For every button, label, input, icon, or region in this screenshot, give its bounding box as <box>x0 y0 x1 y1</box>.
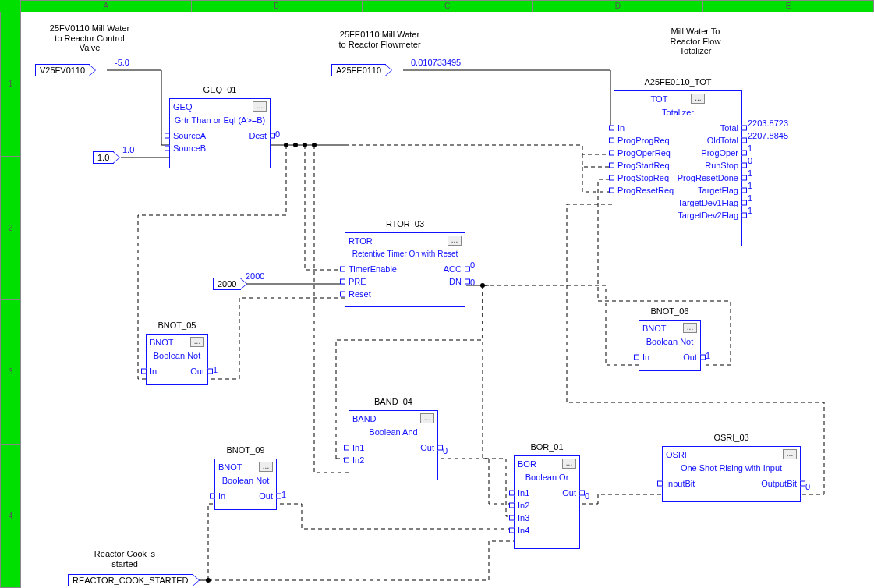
pin-in1[interactable]: In1 <box>352 443 364 452</box>
pin-pre[interactable]: PRE <box>349 277 366 286</box>
tot-targetdev1flag-val: 1 <box>748 193 752 203</box>
pin-progprogreq[interactable]: ProgProgReq <box>617 136 670 145</box>
pin-progresetreq[interactable]: ProgResetReq <box>617 186 674 195</box>
pin-in2[interactable]: In2 <box>518 501 529 510</box>
pin-progresetdone[interactable]: ProgResetDone <box>678 173 738 182</box>
ellipsis-icon[interactable]: ... <box>448 236 462 246</box>
ellipsis-icon[interactable]: ... <box>253 101 267 112</box>
ellipsis-icon[interactable]: ... <box>259 462 273 472</box>
iref-one[interactable]: 1.0 <box>93 151 114 164</box>
pin-in[interactable]: In <box>150 367 157 376</box>
block-tot[interactable]: A25FE0110_TOT TOT... Totalizer InTotalPr… <box>614 90 742 246</box>
iref-v25fv0110[interactable]: V25FV0110 <box>35 64 90 76</box>
ellipsis-icon[interactable]: ... <box>691 94 705 104</box>
twothousand-value: 2000 <box>246 271 264 281</box>
block-osri03[interactable]: OSRI_03 OSRI... One Shot Rising with Inp… <box>662 446 801 502</box>
ellipsis-icon[interactable]: ... <box>420 413 434 423</box>
block-bnot06[interactable]: BNOT_06 BNOT... Boolean Not InOut <box>639 320 701 371</box>
block-bnot05[interactable]: BNOT_05 BNOT... Boolean Not InOut <box>146 334 208 385</box>
col-c: C <box>363 1 533 12</box>
pin-out[interactable]: Out <box>259 491 273 501</box>
pin-out[interactable]: Out <box>190 367 204 376</box>
pin-runstop[interactable]: RunStop <box>705 161 738 170</box>
iref-label: V25FV0110 <box>40 66 85 75</box>
block-bnot09[interactable]: BNOT_09 BNOT... Boolean Not InOut <box>214 459 277 510</box>
pin-in2[interactable]: In2 <box>352 455 364 465</box>
bnot05-out-val: 1 <box>213 365 218 374</box>
block-bor01[interactable]: BOR_01 BOR... Boolean Or In1Out In2 In3 … <box>514 455 580 549</box>
ellipsis-icon[interactable]: ... <box>683 323 697 333</box>
pin-targetdev2flag[interactable]: TargetDev2Flag <box>678 211 738 220</box>
block-geq01[interactable]: GEQ_01 GEQ... Grtr Than or Eql (A>=B) So… <box>169 98 271 168</box>
pin-in[interactable]: In <box>617 123 625 133</box>
block-type: TOT <box>651 94 668 104</box>
pin-progoper[interactable]: ProgOper <box>701 148 738 158</box>
tot-desc: Mill Water To Reactor Flow Totalizer <box>641 27 750 56</box>
pin-in[interactable]: In <box>218 491 225 501</box>
svg-point-3 <box>284 143 288 147</box>
pin-in1[interactable]: In1 <box>518 488 529 498</box>
pin-progstartreq[interactable]: ProgStartReq <box>617 161 670 170</box>
iref-label: REACTOR_COOK_STARTED <box>73 576 189 585</box>
bnot09-out-val: 1 <box>281 490 286 499</box>
pin-sourceb[interactable]: SourceB <box>173 143 206 153</box>
svg-point-5 <box>303 143 307 147</box>
tot-progresetdone-val: 1 <box>748 168 752 178</box>
block-type: RTOR <box>349 236 373 246</box>
bor01-out-val: 0 <box>585 491 589 501</box>
reactor-cook-desc: Reactor Cook is started <box>82 549 168 569</box>
pin-in3[interactable]: In3 <box>518 513 529 522</box>
block-type: GEQ <box>173 102 192 112</box>
ellipsis-icon[interactable]: ... <box>190 337 204 347</box>
svg-point-6 <box>312 143 317 147</box>
pin-reset[interactable]: Reset <box>349 289 371 299</box>
pin-sourcea[interactable]: SourceA <box>173 131 206 140</box>
tot-targetflag-val: 1 <box>748 181 752 190</box>
col-e: E <box>703 1 874 12</box>
pin-out[interactable]: Out <box>562 488 576 498</box>
pin-progstopreq[interactable]: ProgStopReq <box>617 173 669 182</box>
pin-inputbit[interactable]: InputBit <box>666 479 695 488</box>
sheet[interactable]: 25FV0110 Mill Water to Reactor Control V… <box>21 12 870 588</box>
svg-point-9 <box>480 283 485 288</box>
a25fe0110-desc: 25FE0110 Mill Water to Reactor Flowmeter <box>317 30 442 49</box>
block-desc: Retentive Timer On with Reset <box>345 248 465 263</box>
pin-out[interactable]: Out <box>683 352 697 362</box>
block-title: RTOR_03 <box>345 219 465 228</box>
block-title: BAND_04 <box>349 397 437 406</box>
block-type: BNOT <box>150 338 174 347</box>
tot-targetdev2flag-val: 1 <box>748 206 752 215</box>
iref-reactor-cook[interactable]: REACTOR_COOK_STARTED <box>68 574 193 586</box>
pin-targetflag[interactable]: TargetFlag <box>698 186 738 195</box>
block-band04[interactable]: BAND_04 BAND... Boolean And In1Out In2 <box>349 410 438 480</box>
pin-timerenable[interactable]: TimerEnable <box>349 264 397 274</box>
row-2: 2 <box>1 157 20 301</box>
v25fv0110-desc: 25FV0110 Mill Water to Reactor Control V… <box>35 23 144 53</box>
iref-2000[interactable]: 2000 <box>213 278 241 290</box>
pin-targetdev1flag[interactable]: TargetDev1Flag <box>678 198 738 207</box>
pin-total[interactable]: Total <box>720 123 738 133</box>
block-title: OSRI_03 <box>663 433 800 442</box>
pin-progoperreq[interactable]: ProgOperReq <box>617 148 671 158</box>
pin-out[interactable]: Out <box>420 443 434 452</box>
pin-in4[interactable]: In4 <box>518 526 529 535</box>
block-desc: Boolean Or <box>515 471 579 487</box>
iref-a25fe0110[interactable]: A25FE0110 <box>331 64 386 76</box>
block-title: BNOT_05 <box>147 321 207 330</box>
col-d: D <box>533 1 703 12</box>
ellipsis-icon[interactable]: ... <box>562 459 576 469</box>
tot-oldtotal-val: 2207.8845 <box>748 131 788 140</box>
pin-in[interactable]: In <box>642 352 649 362</box>
block-desc: Boolean Not <box>639 335 700 351</box>
pin-dest[interactable]: Dest <box>249 131 267 140</box>
ellipsis-icon[interactable]: ... <box>783 449 797 459</box>
block-type: OSRI <box>666 450 687 459</box>
iref-label: 2000 <box>218 279 236 289</box>
pin-outputbit[interactable]: OutputBit <box>761 479 797 488</box>
block-rtor03[interactable]: RTOR_03 RTOR... Retentive Timer On with … <box>345 232 465 307</box>
pin-oldtotal[interactable]: OldTotal <box>707 136 738 145</box>
col-b: B <box>192 1 363 12</box>
pin-acc[interactable]: ACC <box>444 264 462 274</box>
block-type: BNOT <box>642 324 667 333</box>
pin-dn[interactable]: DN <box>449 277 462 286</box>
